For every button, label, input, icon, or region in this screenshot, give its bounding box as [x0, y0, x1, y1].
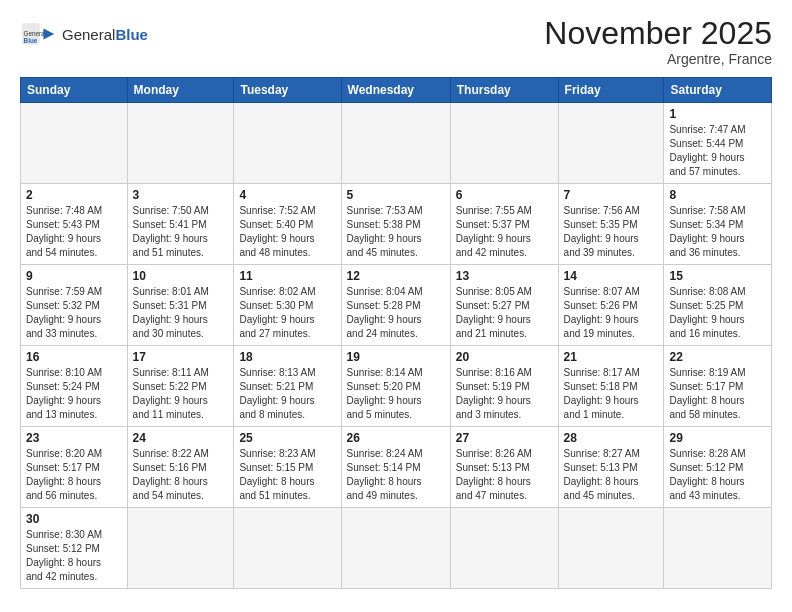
calendar-cell-w2d2: 11Sunrise: 8:02 AM Sunset: 5:30 PM Dayli…	[234, 265, 341, 346]
calendar-cell-w1d4: 6Sunrise: 7:55 AM Sunset: 5:37 PM Daylig…	[450, 184, 558, 265]
day-info: Sunrise: 8:07 AM Sunset: 5:26 PM Dayligh…	[564, 285, 659, 341]
calendar-cell-w4d3: 26Sunrise: 8:24 AM Sunset: 5:14 PM Dayli…	[341, 427, 450, 508]
day-info: Sunrise: 8:19 AM Sunset: 5:17 PM Dayligh…	[669, 366, 766, 422]
day-number: 5	[347, 188, 445, 202]
header-thursday: Thursday	[450, 78, 558, 103]
calendar-cell-w3d5: 21Sunrise: 8:17 AM Sunset: 5:18 PM Dayli…	[558, 346, 664, 427]
day-number: 28	[564, 431, 659, 445]
header-sunday: Sunday	[21, 78, 128, 103]
header: General Blue GeneralBlue November 2025 A…	[20, 16, 772, 67]
day-number: 23	[26, 431, 122, 445]
calendar-cell-w3d3: 19Sunrise: 8:14 AM Sunset: 5:20 PM Dayli…	[341, 346, 450, 427]
day-info: Sunrise: 8:14 AM Sunset: 5:20 PM Dayligh…	[347, 366, 445, 422]
day-info: Sunrise: 7:58 AM Sunset: 5:34 PM Dayligh…	[669, 204, 766, 260]
day-info: Sunrise: 7:48 AM Sunset: 5:43 PM Dayligh…	[26, 204, 122, 260]
day-number: 19	[347, 350, 445, 364]
header-saturday: Saturday	[664, 78, 772, 103]
calendar-table: Sunday Monday Tuesday Wednesday Thursday…	[20, 77, 772, 589]
calendar-cell-w0d0	[21, 103, 128, 184]
day-info: Sunrise: 8:13 AM Sunset: 5:21 PM Dayligh…	[239, 366, 335, 422]
day-number: 26	[347, 431, 445, 445]
header-wednesday: Wednesday	[341, 78, 450, 103]
day-info: Sunrise: 7:59 AM Sunset: 5:32 PM Dayligh…	[26, 285, 122, 341]
calendar-cell-w2d1: 10Sunrise: 8:01 AM Sunset: 5:31 PM Dayli…	[127, 265, 234, 346]
day-info: Sunrise: 8:27 AM Sunset: 5:13 PM Dayligh…	[564, 447, 659, 503]
day-number: 9	[26, 269, 122, 283]
calendar-cell-w1d1: 3Sunrise: 7:50 AM Sunset: 5:41 PM Daylig…	[127, 184, 234, 265]
day-info: Sunrise: 8:08 AM Sunset: 5:25 PM Dayligh…	[669, 285, 766, 341]
calendar-cell-w5d4	[450, 508, 558, 589]
calendar-cell-w3d1: 17Sunrise: 8:11 AM Sunset: 5:22 PM Dayli…	[127, 346, 234, 427]
day-number: 20	[456, 350, 553, 364]
calendar-cell-w5d3	[341, 508, 450, 589]
day-info: Sunrise: 7:55 AM Sunset: 5:37 PM Dayligh…	[456, 204, 553, 260]
day-number: 10	[133, 269, 229, 283]
day-info: Sunrise: 7:52 AM Sunset: 5:40 PM Dayligh…	[239, 204, 335, 260]
calendar-header-row: Sunday Monday Tuesday Wednesday Thursday…	[21, 78, 772, 103]
day-number: 18	[239, 350, 335, 364]
calendar-cell-w5d5	[558, 508, 664, 589]
svg-marker-3	[43, 29, 54, 40]
calendar-cell-w1d6: 8Sunrise: 7:58 AM Sunset: 5:34 PM Daylig…	[664, 184, 772, 265]
logo-text: GeneralBlue	[62, 26, 148, 43]
calendar-cell-w2d3: 12Sunrise: 8:04 AM Sunset: 5:28 PM Dayli…	[341, 265, 450, 346]
day-info: Sunrise: 8:02 AM Sunset: 5:30 PM Dayligh…	[239, 285, 335, 341]
svg-text:Blue: Blue	[24, 37, 38, 44]
day-number: 7	[564, 188, 659, 202]
calendar-cell-w0d3	[341, 103, 450, 184]
day-number: 11	[239, 269, 335, 283]
month-title: November 2025	[544, 16, 772, 51]
calendar-week-0: 1Sunrise: 7:47 AM Sunset: 5:44 PM Daylig…	[21, 103, 772, 184]
day-number: 22	[669, 350, 766, 364]
calendar-cell-w1d2: 4Sunrise: 7:52 AM Sunset: 5:40 PM Daylig…	[234, 184, 341, 265]
day-number: 17	[133, 350, 229, 364]
day-info: Sunrise: 8:23 AM Sunset: 5:15 PM Dayligh…	[239, 447, 335, 503]
calendar-cell-w4d2: 25Sunrise: 8:23 AM Sunset: 5:15 PM Dayli…	[234, 427, 341, 508]
calendar-cell-w3d2: 18Sunrise: 8:13 AM Sunset: 5:21 PM Dayli…	[234, 346, 341, 427]
calendar-cell-w0d2	[234, 103, 341, 184]
svg-text:General: General	[24, 30, 46, 37]
calendar-cell-w4d1: 24Sunrise: 8:22 AM Sunset: 5:16 PM Dayli…	[127, 427, 234, 508]
day-info: Sunrise: 8:20 AM Sunset: 5:17 PM Dayligh…	[26, 447, 122, 503]
calendar-week-3: 16Sunrise: 8:10 AM Sunset: 5:24 PM Dayli…	[21, 346, 772, 427]
day-info: Sunrise: 8:26 AM Sunset: 5:13 PM Dayligh…	[456, 447, 553, 503]
calendar-cell-w4d6: 29Sunrise: 8:28 AM Sunset: 5:12 PM Dayli…	[664, 427, 772, 508]
calendar-cell-w4d0: 23Sunrise: 8:20 AM Sunset: 5:17 PM Dayli…	[21, 427, 128, 508]
calendar-cell-w5d2	[234, 508, 341, 589]
day-info: Sunrise: 8:28 AM Sunset: 5:12 PM Dayligh…	[669, 447, 766, 503]
day-number: 3	[133, 188, 229, 202]
day-info: Sunrise: 8:16 AM Sunset: 5:19 PM Dayligh…	[456, 366, 553, 422]
logo: General Blue GeneralBlue	[20, 16, 148, 52]
logo-icon: General Blue	[20, 16, 56, 52]
calendar-cell-w3d6: 22Sunrise: 8:19 AM Sunset: 5:17 PM Dayli…	[664, 346, 772, 427]
day-info: Sunrise: 8:01 AM Sunset: 5:31 PM Dayligh…	[133, 285, 229, 341]
day-info: Sunrise: 8:30 AM Sunset: 5:12 PM Dayligh…	[26, 528, 122, 584]
day-info: Sunrise: 8:05 AM Sunset: 5:27 PM Dayligh…	[456, 285, 553, 341]
calendar-cell-w0d1	[127, 103, 234, 184]
day-number: 8	[669, 188, 766, 202]
calendar-cell-w3d4: 20Sunrise: 8:16 AM Sunset: 5:19 PM Dayli…	[450, 346, 558, 427]
header-tuesday: Tuesday	[234, 78, 341, 103]
day-info: Sunrise: 7:47 AM Sunset: 5:44 PM Dayligh…	[669, 123, 766, 179]
day-number: 6	[456, 188, 553, 202]
day-number: 27	[456, 431, 553, 445]
day-number: 29	[669, 431, 766, 445]
calendar-cell-w0d6: 1Sunrise: 7:47 AM Sunset: 5:44 PM Daylig…	[664, 103, 772, 184]
day-number: 2	[26, 188, 122, 202]
calendar-cell-w2d4: 13Sunrise: 8:05 AM Sunset: 5:27 PM Dayli…	[450, 265, 558, 346]
day-number: 30	[26, 512, 122, 526]
day-number: 25	[239, 431, 335, 445]
day-info: Sunrise: 7:50 AM Sunset: 5:41 PM Dayligh…	[133, 204, 229, 260]
calendar-cell-w5d6	[664, 508, 772, 589]
day-info: Sunrise: 7:53 AM Sunset: 5:38 PM Dayligh…	[347, 204, 445, 260]
day-info: Sunrise: 7:56 AM Sunset: 5:35 PM Dayligh…	[564, 204, 659, 260]
day-info: Sunrise: 8:24 AM Sunset: 5:14 PM Dayligh…	[347, 447, 445, 503]
day-number: 4	[239, 188, 335, 202]
calendar-cell-w5d1	[127, 508, 234, 589]
day-number: 21	[564, 350, 659, 364]
calendar-cell-w0d4	[450, 103, 558, 184]
calendar-cell-w2d5: 14Sunrise: 8:07 AM Sunset: 5:26 PM Dayli…	[558, 265, 664, 346]
header-monday: Monday	[127, 78, 234, 103]
day-number: 14	[564, 269, 659, 283]
calendar-week-1: 2Sunrise: 7:48 AM Sunset: 5:43 PM Daylig…	[21, 184, 772, 265]
